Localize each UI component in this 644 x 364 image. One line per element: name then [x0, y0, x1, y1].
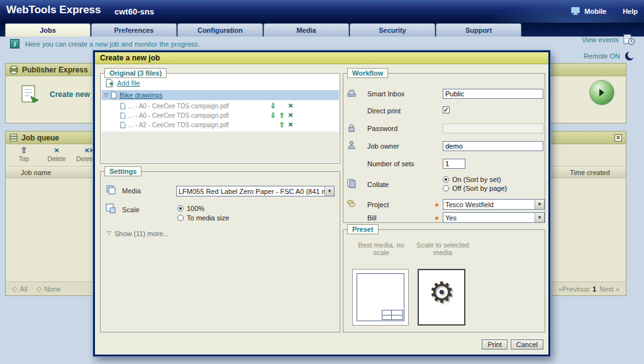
- remove-file-icon[interactable]: ×: [286, 121, 295, 129]
- webtools-express-screen: WebTools Express cwt60-sns Mobile Help J…: [0, 0, 644, 364]
- file-group-row[interactable]: ▽ Bike drawings: [101, 90, 339, 100]
- next-page-link[interactable]: Next »: [599, 285, 619, 293]
- top-bar: WebTools Express cwt60-sns Mobile Help: [0, 0, 644, 23]
- select-none-icon: ◇: [36, 285, 42, 293]
- document-icon: [120, 122, 126, 128]
- expand-icon: ▽: [107, 230, 111, 237]
- top-icon: ⇧: [21, 145, 28, 155]
- view-events-link[interactable]: View events: [582, 34, 635, 45]
- collate-icon: [347, 178, 357, 188]
- number-of-sets-input[interactable]: [443, 159, 465, 169]
- collate-on-radio[interactable]: On (Sort by set): [443, 176, 501, 183]
- add-file-label: Add file: [117, 79, 140, 87]
- move-down-icon[interactable]: ⇩: [269, 111, 277, 120]
- password-input: [443, 123, 543, 134]
- hostname-label: cwt60-sns: [114, 7, 154, 16]
- column-time-created[interactable]: Time created: [570, 169, 610, 176]
- select-all-link[interactable]: ◇ All: [12, 285, 28, 293]
- media-select[interactable]: LFM055 Red Label Zero Paper - FSC A0 (84…: [176, 186, 335, 196]
- collapse-icon: ▽: [104, 92, 108, 98]
- print-button[interactable]: Print: [482, 339, 508, 350]
- tab-jobs[interactable]: Jobs: [5, 23, 91, 37]
- create-new-job-icon: [19, 84, 41, 105]
- job-owner-input[interactable]: [443, 141, 543, 151]
- bill-select[interactable]: Yes ▾: [443, 212, 545, 223]
- direct-print-label: Direct print: [367, 107, 401, 115]
- previous-page-link[interactable]: «Previous: [558, 285, 589, 293]
- select-none-link[interactable]: ◇ None: [36, 285, 61, 293]
- publisher-panel-title: Publisher Express: [22, 65, 88, 74]
- go-arrow-icon: [597, 88, 607, 98]
- dialog-title: Create a new job: [95, 52, 548, 64]
- delete-button[interactable]: × Delete: [42, 145, 71, 166]
- collate-label: Collate: [367, 181, 389, 188]
- spacer: [269, 121, 277, 129]
- app-title: WebTools Express: [6, 4, 101, 16]
- remove-file-icon[interactable]: ×: [286, 111, 295, 120]
- password-icon: [347, 123, 357, 133]
- direct-print-checkbox[interactable]: ✓: [443, 106, 450, 113]
- scale-to-media-label: To media size: [187, 214, 229, 222]
- add-file-link[interactable]: Add file: [106, 79, 140, 88]
- smart-inbox-icon: [347, 88, 357, 98]
- preset-tab: Preset: [347, 224, 379, 234]
- create-new-job-button[interactable]: Create new job: [19, 84, 103, 105]
- workflow-tab: Workflow: [347, 68, 388, 78]
- top-label: Top: [19, 156, 29, 162]
- bill-label: Bill: [367, 214, 377, 222]
- help-label: Help: [623, 8, 638, 15]
- dropdown-arrow-icon: ▾: [325, 186, 334, 196]
- show-more-link[interactable]: ▽ Show (11) more...: [107, 230, 169, 237]
- smart-inbox-input[interactable]: [443, 89, 543, 99]
- move-up-icon[interactable]: ⇧: [277, 121, 286, 129]
- mobile-icon: [571, 7, 581, 15]
- job-queue-close-icon[interactable]: ×: [614, 134, 622, 142]
- mobile-link[interactable]: Mobile: [571, 7, 606, 15]
- bill-value: Yes: [443, 214, 535, 222]
- tab-preferences[interactable]: Preferences: [91, 23, 177, 37]
- scale-to-media-radio[interactable]: To media size: [177, 214, 229, 222]
- file-list-empty-area: [101, 132, 339, 162]
- tab-security[interactable]: Security: [350, 23, 435, 37]
- preset-option1-label: Best media, no scale: [350, 241, 413, 256]
- project-label: Project: [367, 201, 389, 208]
- required-dot: [435, 203, 438, 207]
- publisher-icon: [9, 65, 18, 74]
- help-link[interactable]: Help: [623, 8, 638, 15]
- password-label: Password: [367, 125, 397, 132]
- preset-best-media-thumbnail[interactable]: [352, 269, 409, 326]
- tab-media[interactable]: Media: [264, 23, 349, 37]
- delete-label: Delete: [48, 156, 66, 162]
- remote-on-link[interactable]: Remote ON: [584, 50, 635, 62]
- select-all-icon: ◇: [12, 285, 17, 293]
- workflow-section: Workflow Smart Inbox Direct print ✓ Pass…: [343, 73, 545, 223]
- top-button[interactable]: ⇧ Top: [9, 145, 38, 166]
- move-up-icon[interactable]: ⇧: [277, 111, 286, 120]
- collate-off-radio[interactable]: Off (Sort by page): [443, 185, 507, 192]
- preset-section: Preset Best media, no scale Scale to sel…: [343, 229, 545, 333]
- info-message: Here you can create a new job and monito…: [25, 40, 200, 48]
- job-queue-icon: [9, 134, 18, 142]
- file-name: ... - A0 - CeeCee TDS campaign.pdf: [128, 112, 229, 119]
- mobile-label: Mobile: [584, 8, 606, 15]
- cancel-button[interactable]: Cancel: [511, 339, 543, 350]
- tab-support[interactable]: Support: [436, 23, 521, 37]
- title-block: [382, 310, 403, 320]
- preset-scale-to-media-thumbnail[interactable]: ⚙: [418, 269, 465, 326]
- collate-on-label: On (Sort by set): [452, 176, 501, 183]
- spacer: [277, 102, 286, 110]
- job-owner-label: Job owner: [367, 142, 399, 150]
- tab-configuration[interactable]: Configuration: [177, 23, 263, 37]
- column-job-name[interactable]: Job name: [21, 169, 51, 176]
- gear-drawing-icon: ⚙: [419, 275, 464, 309]
- project-select[interactable]: Tesco Westfield ▾: [443, 199, 545, 210]
- media-label: Media: [122, 187, 141, 195]
- view-events-label: View events: [582, 36, 619, 43]
- remove-file-icon[interactable]: ×: [286, 102, 295, 110]
- original-section: Original (3 files) Add file ▽ Bike drawi…: [100, 73, 340, 164]
- move-down-icon[interactable]: ⇩: [269, 102, 277, 110]
- scale-100-radio[interactable]: 100%: [177, 205, 204, 212]
- file-name: ... - A2 - CeeCee TDS campaign.pdf: [128, 122, 229, 128]
- project-icon: [347, 198, 357, 208]
- go-button[interactable]: [589, 80, 614, 105]
